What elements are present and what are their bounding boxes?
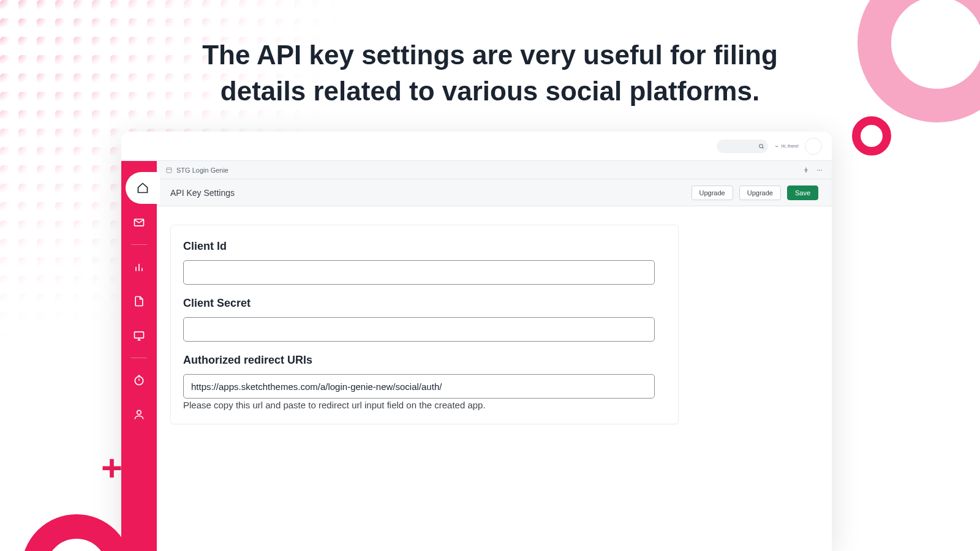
- save-button[interactable]: Save: [787, 186, 818, 200]
- home-icon: [137, 182, 149, 194]
- client-secret-input[interactable]: [183, 317, 655, 342]
- topbar: Hi, there!: [121, 132, 832, 161]
- upgrade-button[interactable]: Upgrade: [739, 186, 781, 200]
- svg-point-18: [817, 170, 818, 171]
- breadcrumb: STG Login Genie: [157, 161, 832, 179]
- api-key-card: Client Id Client Secret Authorized redir…: [170, 225, 679, 424]
- svg-point-19: [819, 170, 820, 171]
- redirect-uri-input[interactable]: [183, 374, 655, 399]
- page-header: API Key Settings Upgrade Upgrade Save: [157, 179, 832, 206]
- svg-point-12: [135, 377, 143, 384]
- chart-icon: [133, 261, 145, 273]
- decorative-ring-large: [858, 0, 980, 122]
- page-headline: The API key settings are very useful for…: [165, 37, 815, 110]
- sidebar-separator: [131, 358, 147, 358]
- sidebar-separator: [131, 244, 147, 245]
- file-icon: [133, 295, 145, 307]
- decorative-plus-icon: +: [101, 459, 123, 478]
- sidebar: [121, 161, 157, 551]
- svg-line-4: [762, 147, 763, 148]
- avatar[interactable]: [805, 138, 822, 155]
- user-greeting: Hi, there!: [782, 144, 799, 148]
- svg-rect-9: [135, 332, 144, 338]
- user-menu[interactable]: Hi, there!: [774, 144, 799, 149]
- client-id-input[interactable]: [183, 260, 655, 285]
- svg-rect-16: [167, 168, 172, 173]
- breadcrumb-app-name: STG Login Genie: [176, 167, 228, 174]
- redirect-uri-helper: Please copy this url and paste to redire…: [183, 400, 666, 410]
- content-area[interactable]: Client Id Client Secret Authorized redir…: [157, 206, 832, 551]
- svg-point-15: [137, 410, 141, 414]
- app-window: Hi, there!: [121, 132, 832, 551]
- svg-point-3: [759, 144, 763, 148]
- chevron-down-icon: [774, 144, 779, 149]
- client-secret-label: Client Secret: [183, 297, 666, 310]
- more-icon[interactable]: [816, 167, 823, 174]
- sidebar-item-user[interactable]: [121, 399, 157, 430]
- pin-icon[interactable]: [802, 167, 810, 174]
- app-icon: [165, 167, 173, 174]
- search-icon: [758, 143, 764, 149]
- sidebar-item-analytics[interactable]: [121, 251, 157, 283]
- user-icon: [133, 408, 145, 421]
- redirect-uri-label: Authorized redirect URIs: [183, 354, 666, 367]
- sidebar-item-timer[interactable]: [121, 364, 157, 396]
- monitor-icon: [133, 329, 145, 342]
- svg-point-20: [821, 170, 822, 171]
- decorative-ring-bottom: [21, 514, 132, 551]
- search-input[interactable]: [717, 140, 768, 153]
- sidebar-item-display[interactable]: [121, 320, 157, 351]
- sidebar-item-files[interactable]: [121, 285, 157, 317]
- sidebar-item-home[interactable]: [126, 172, 160, 204]
- main-panel: STG Login Genie API Key Settings Upgrade…: [157, 161, 832, 551]
- timer-icon: [133, 374, 145, 386]
- sidebar-item-mail[interactable]: [121, 206, 157, 238]
- client-id-label: Client Id: [183, 240, 666, 253]
- mail-icon: [133, 216, 145, 228]
- page-title: API Key Settings: [170, 188, 235, 198]
- upgrade-button-secondary[interactable]: Upgrade: [692, 186, 733, 200]
- decorative-ring-small: [852, 116, 891, 156]
